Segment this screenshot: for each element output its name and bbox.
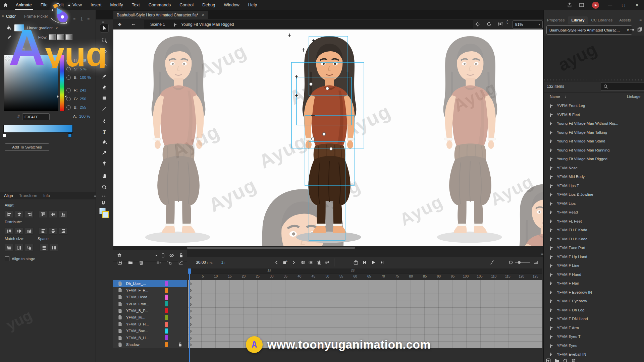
tab-properties[interactable]: Properties [544, 16, 568, 24]
frame-row[interactable] [188, 301, 542, 308]
hue-arrow-left[interactable] [57, 95, 59, 98]
layer-row[interactable]: Dh_Uper_... [113, 280, 187, 287]
library-item-name[interactable]: YFVM FH B Kada [557, 237, 587, 241]
library-item-name[interactable]: YFVM Nose [557, 166, 578, 170]
fps-value[interactable]: 30.00 [196, 260, 206, 265]
layer-color-swatch[interactable] [165, 315, 168, 320]
library-item[interactable]: YFVM F Up Hand [544, 252, 644, 261]
color-picker-cursor[interactable] [5, 56, 10, 61]
library-item[interactable]: YFVM Eyes T [544, 332, 644, 341]
search-input[interactable] [608, 84, 641, 89]
tools-menu-icon[interactable]: ≡ [102, 19, 104, 24]
timeline-zoom-slider[interactable] [515, 262, 530, 263]
prev-keyframe-icon[interactable] [273, 259, 280, 266]
menu-text[interactable]: Text [127, 0, 144, 10]
clip-content-icon[interactable] [498, 21, 503, 27]
tool-wand[interactable] [100, 60, 108, 68]
layer-name[interactable]: YFVM_Head [126, 295, 162, 299]
library-item[interactable]: Young Fit Village Man Stand [544, 137, 644, 146]
library-item[interactable]: YFVM F Hair [544, 279, 644, 288]
align-button-dc[interactable] [49, 227, 57, 235]
tool-brush[interactable] [100, 72, 108, 80]
document-tab[interactable]: Baahubali-Style Hero Animated Character.… [113, 11, 208, 19]
paint-bucket-icon[interactable] [6, 25, 11, 31]
align-button-dt[interactable] [5, 227, 13, 235]
tab-info[interactable]: Info [43, 193, 50, 198]
layer-row[interactable]: YVFM_Fron... [113, 301, 187, 308]
frame-view-icon[interactable] [532, 259, 539, 266]
align-button-at[interactable] [39, 210, 47, 218]
flow-repeat-button[interactable] [65, 34, 72, 40]
home-icon[interactable] [0, 2, 11, 8]
align-to-stage-checkbox[interactable] [5, 256, 9, 261]
share-icon[interactable] [565, 1, 574, 9]
layer-color-swatch[interactable] [165, 308, 168, 313]
center-stage-icon[interactable] [475, 21, 480, 27]
layer-name[interactable]: Shadow [126, 343, 162, 347]
radio-b[interactable] [66, 75, 71, 80]
auto-keyframe-icon[interactable]: A [281, 259, 289, 266]
current-frame-value[interactable]: 1 [221, 260, 224, 265]
library-item-name[interactable]: YVFM Front Leg [557, 104, 585, 108]
layer-row[interactable]: YFVM_F_H... [113, 287, 187, 294]
panel-menu-icon[interactable]: ≡ [73, 17, 75, 21]
chevron-down-icon[interactable]: ∨ [55, 25, 58, 30]
library-item[interactable]: YFVM Nose [544, 164, 644, 173]
frame-row[interactable] [188, 321, 542, 328]
tool-text[interactable]: T [100, 128, 108, 136]
value-a[interactable]: 100 % [79, 114, 90, 118]
zoom-step-down[interactable]: ˅ [506, 22, 508, 25]
frame-row[interactable] [188, 307, 542, 314]
radio-r[interactable] [66, 88, 71, 93]
library-item-name[interactable]: YFVM F DN Hand [557, 317, 588, 321]
layer-name[interactable]: YFVM_B_H... [126, 336, 162, 340]
library-item-name[interactable]: YFVM F Hand [557, 273, 581, 277]
step-forward-icon[interactable] [378, 259, 386, 266]
library-item-name[interactable]: YFVM Face Part [557, 246, 585, 250]
library-item[interactable]: Young Fit Village Man Rigged [544, 155, 644, 164]
library-item-name[interactable]: YFVM FH F Kada [557, 228, 587, 232]
layer-name[interactable]: YFVM_B_P... [126, 309, 162, 313]
library-item[interactable]: Young Fit Village Man Without Rig... [544, 119, 644, 128]
menu-debug[interactable]: Debug [198, 0, 219, 10]
close-window-button[interactable]: ✕ [632, 3, 642, 7]
gradient-preview-bar[interactable] [3, 125, 73, 133]
align-button-db[interactable] [25, 227, 34, 235]
align-button-am[interactable] [49, 210, 57, 218]
frame-row[interactable] [188, 294, 542, 301]
loop-playback-icon[interactable] [323, 259, 331, 266]
tab-color[interactable]: Color [6, 14, 16, 19]
fill-color-swatch[interactable] [14, 24, 24, 32]
align-button-mh[interactable] [15, 244, 23, 251]
library-item[interactable]: YVFM Front Leg [544, 101, 644, 110]
column-name[interactable]: Name [550, 95, 560, 99]
flow-extend-button[interactable] [49, 34, 56, 40]
add-to-swatches-button[interactable]: Add To Swatches [5, 143, 49, 151]
collapse-left-icon[interactable]: « [2, 13, 4, 18]
radio-b2[interactable] [66, 105, 71, 110]
character-left[interactable] [137, 30, 220, 246]
menu-animate[interactable]: Animate [11, 0, 36, 10]
layer-name[interactable]: YFVM_B_H... [126, 322, 162, 326]
library-item[interactable]: YFVM Eyeball IN [544, 350, 644, 359]
new-library-panel-icon[interactable] [637, 27, 642, 32]
library-item[interactable]: YFVM F Eyebrow [544, 297, 644, 306]
value-r[interactable]: 243 [80, 88, 86, 92]
align-button-mb[interactable] [25, 244, 34, 251]
export-timeline-icon[interactable] [352, 259, 360, 266]
menu-commands[interactable]: Commands [144, 0, 175, 10]
scrollbar-thumb[interactable] [187, 247, 355, 249]
timeline-menu-icon[interactable]: ≡ [541, 251, 543, 256]
library-item-name[interactable]: YFVM Head [557, 210, 578, 214]
character-selected[interactable] [288, 30, 371, 246]
library-item[interactable]: YFVM FH B Kada [544, 235, 644, 244]
pin-library-icon[interactable] [630, 27, 635, 33]
library-item-name[interactable]: Young Fit Village Man Running [557, 148, 609, 152]
tool-pen[interactable] [100, 117, 108, 125]
frame-row[interactable] [188, 280, 542, 287]
column-linkage[interactable]: Linkage [627, 95, 640, 99]
library-item[interactable]: YFVM FH F Kada [544, 226, 644, 235]
library-item[interactable]: YVFM B Feet [544, 110, 644, 119]
tool-paintbucket[interactable] [100, 138, 108, 146]
tab-assets[interactable]: Assets [616, 16, 634, 24]
